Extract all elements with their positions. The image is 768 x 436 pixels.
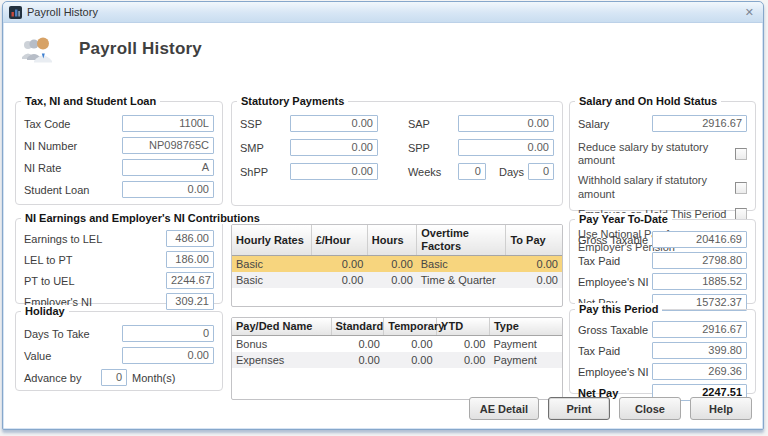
group-statutory-payments: Statutory Payments SSP 0.00 SAP 0.00 SMP… (231, 101, 563, 206)
column-header[interactable]: Standard (331, 318, 384, 336)
table-row[interactable]: Basic0.000.00Basic0.00 (232, 256, 562, 273)
advance-by-suffix: Month(s) (132, 372, 214, 384)
column-header[interactable]: Pay/Ded Name (232, 318, 331, 336)
table-cell: Basic (232, 256, 311, 273)
sap-input[interactable]: 0.00 (458, 115, 554, 132)
ytd-gross-taxable-input[interactable]: 20416.69 (652, 231, 747, 248)
table-cell: 0.00 (311, 272, 367, 288)
earnings-to-lel-input[interactable]: 486.00 (166, 230, 214, 247)
group-title: Salary and On Hold Status (575, 95, 721, 107)
tax-code-input[interactable]: 1100L (122, 115, 214, 132)
ni-rate-input[interactable]: A (122, 159, 214, 176)
ae-detail-button[interactable]: AE Detail (469, 397, 539, 420)
field-advance-by: Advance by 0 Month(s) (24, 369, 214, 386)
field-ni-number: NI Number NP098765C (24, 137, 214, 154)
table-cell: Bonus (232, 336, 331, 353)
table-cell: 0.00 (506, 272, 562, 288)
weeks-input[interactable]: 0 (458, 163, 486, 180)
ytd-tax-paid-input[interactable]: 2798.80 (652, 252, 747, 269)
table-row[interactable]: Expenses0.000.000.00Payment (232, 352, 562, 368)
titlebar: Payroll History ✕ (3, 2, 763, 23)
field-ni-rate: NI Rate A (24, 159, 214, 176)
period-employees-ni-input[interactable]: 269.36 (652, 363, 747, 380)
column-header[interactable]: Type (489, 318, 562, 336)
table-cell: 0.00 (367, 256, 417, 273)
group-title: Pay this Period (575, 303, 662, 315)
field-period-employees-ni: Employee's NI 269.36 (578, 363, 747, 380)
field-sap: SAP 0.00 (408, 115, 554, 132)
reduce-salary-checkbox[interactable] (735, 148, 747, 160)
ni-number-input[interactable]: NP098765C (122, 137, 214, 154)
table-cell: Expenses (232, 352, 331, 368)
group-title: Tax, NI and Student Loan (21, 95, 160, 107)
table-row[interactable]: Bonus0.000.000.00Payment (232, 336, 562, 353)
group-title: Statutory Payments (237, 95, 348, 107)
table-cell: 0.00 (437, 336, 490, 353)
field-ssp: SSP 0.00 (240, 115, 378, 132)
group-tax-ni-student-loan: Tax, NI and Student Loan Tax Code 1100L … (15, 101, 223, 205)
employers-ni-input[interactable]: 309.21 (166, 293, 214, 310)
close-icon[interactable]: ✕ (745, 7, 754, 18)
shpp-input[interactable]: 0.00 (290, 163, 378, 180)
print-button[interactable]: Print (548, 397, 610, 420)
column-header[interactable]: Overtime Factors (417, 225, 506, 256)
table-cell: Basic (417, 256, 506, 273)
page-title: Payroll History (79, 39, 202, 59)
field-tax-code: Tax Code 1100L (24, 115, 214, 132)
lel-to-pt-input[interactable]: 186.00 (166, 251, 214, 268)
table-cell: 0.00 (384, 352, 437, 368)
field-smp: SMP 0.00 (240, 139, 378, 156)
checkbox-row-withhold-salary: Withhold salary if statutory amount (578, 174, 747, 200)
field-shpp: ShPP 0.00 (240, 163, 378, 180)
column-header[interactable]: YTD (437, 318, 490, 336)
table-cell: 0.00 (367, 272, 417, 288)
field-ytd-tax-paid: Tax Paid 2798.80 (578, 252, 747, 269)
field-ytd-employees-ni: Employee's NI 1885.52 (578, 273, 747, 290)
field-weeks-days: Weeks 0 Days 0 (408, 163, 554, 180)
pt-to-uel-input[interactable]: 2244.67 (166, 272, 214, 289)
page-header: Payroll History (21, 34, 202, 64)
advance-by-input[interactable]: 0 (101, 369, 127, 386)
spp-input[interactable]: 0.00 (458, 139, 554, 156)
app-icon (9, 6, 22, 19)
period-tax-paid-input[interactable]: 399.80 (652, 342, 747, 359)
field-pt-to-uel: PT to UEL 2244.67 (24, 272, 214, 289)
group-title: Holiday (21, 305, 69, 317)
days-input[interactable]: 0 (528, 163, 554, 180)
table-cell: Payment (489, 336, 562, 353)
people-icon (21, 34, 57, 64)
table-cell: 0.00 (331, 336, 384, 353)
period-gross-taxable-input[interactable]: 2916.67 (652, 321, 747, 338)
button-bar: AE Detail Print Close Help (469, 397, 752, 420)
pay-ded-table: Pay/Ded NameStandardTemporaryYTDTypeBonu… (231, 317, 563, 400)
field-spp: SPP 0.00 (408, 139, 554, 156)
column-header[interactable]: £/Hour (311, 225, 367, 256)
payroll-history-dialog: Payroll History ✕ Payroll History Tax, N… (2, 1, 764, 430)
column-header[interactable]: Hours (367, 225, 417, 256)
smp-input[interactable]: 0.00 (290, 139, 378, 156)
column-header[interactable]: Temporary (384, 318, 437, 336)
student-loan-input[interactable]: 0.00 (122, 181, 214, 198)
column-header[interactable]: Hourly Rates (232, 225, 311, 256)
ssp-input[interactable]: 0.00 (290, 115, 378, 132)
field-earnings-to-lel: Earnings to LEL 486.00 (24, 230, 214, 247)
group-pay-year-to-date: Pay Year To-Date Gross Taxable 20416.69 … (569, 219, 756, 304)
help-button[interactable]: Help (690, 397, 752, 420)
ytd-employees-ni-input[interactable]: 1885.52 (652, 273, 747, 290)
table-row[interactable]: Basic0.000.00Time & Quarter0.00 (232, 272, 562, 288)
table-cell: 0.00 (331, 352, 384, 368)
field-days-to-take: Days To Take 0 (24, 325, 214, 342)
withhold-salary-checkbox[interactable] (735, 182, 747, 194)
close-button[interactable]: Close (619, 397, 681, 420)
table-cell: 0.00 (384, 336, 437, 353)
group-pay-this-period: Pay this Period Gross Taxable 2916.67 Ta… (569, 309, 756, 394)
group-title: Pay Year To-Date (575, 213, 672, 225)
field-lel-to-pt: LEL to PT 186.00 (24, 251, 214, 268)
salary-input[interactable]: 2916.67 (652, 115, 747, 132)
holiday-value-input[interactable]: 0.00 (122, 347, 214, 364)
days-to-take-input[interactable]: 0 (122, 325, 214, 342)
field-salary: Salary 2916.67 (578, 115, 747, 132)
field-period-tax-paid: Tax Paid 399.80 (578, 342, 747, 359)
column-header[interactable]: To Pay (506, 225, 562, 256)
table-cell: Time & Quarter (417, 272, 506, 288)
